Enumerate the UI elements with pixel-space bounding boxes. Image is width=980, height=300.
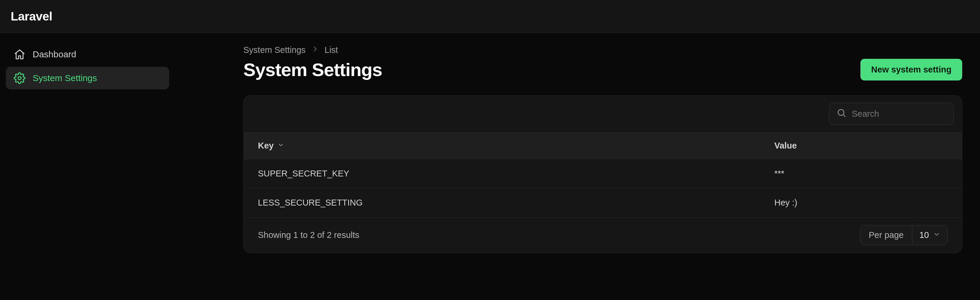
cell-value: Hey :) bbox=[760, 188, 962, 217]
cell-value: *** bbox=[760, 159, 962, 188]
per-page-value: 10 bbox=[920, 230, 929, 240]
table-header: Key Value bbox=[243, 132, 962, 159]
column-header-key[interactable]: Key bbox=[243, 132, 760, 159]
table-footer: Showing 1 to 2 of 2 results Per page 10 bbox=[243, 217, 962, 253]
brand-title: Laravel bbox=[11, 10, 52, 24]
sidebar: Dashboard System Settings bbox=[0, 33, 175, 300]
main-content: System Settings List System Settings New… bbox=[175, 33, 980, 300]
new-system-setting-button[interactable]: New system setting bbox=[861, 59, 962, 80]
table-row[interactable]: SUPER_SECRET_KEY *** bbox=[243, 159, 962, 188]
svg-point-0 bbox=[18, 77, 21, 80]
per-page-select[interactable]: 10 bbox=[912, 225, 947, 245]
chevron-down-icon bbox=[933, 230, 940, 240]
sidebar-item-label: System Settings bbox=[33, 73, 97, 83]
results-count: Showing 1 to 2 of 2 results bbox=[258, 230, 360, 240]
settings-card: Key Value SUPER_SECRET_KEY *** LESS_SECU… bbox=[243, 95, 962, 253]
cell-key: LESS_SECURE_SETTING bbox=[243, 188, 760, 217]
svg-point-1 bbox=[838, 110, 844, 115]
breadcrumb: System Settings List bbox=[243, 45, 962, 55]
chevron-down-icon bbox=[277, 141, 284, 151]
sidebar-item-label: Dashboard bbox=[33, 49, 76, 59]
topbar: Laravel bbox=[0, 0, 980, 33]
breadcrumb-item[interactable]: List bbox=[325, 45, 338, 55]
gear-icon bbox=[14, 72, 25, 84]
search-input[interactable] bbox=[852, 109, 959, 119]
search-field[interactable] bbox=[829, 103, 954, 125]
column-header-value[interactable]: Value bbox=[760, 132, 962, 159]
search-icon bbox=[836, 108, 846, 120]
breadcrumb-item[interactable]: System Settings bbox=[243, 45, 306, 55]
per-page-label: Per page bbox=[861, 225, 912, 245]
table-row[interactable]: LESS_SECURE_SETTING Hey :) bbox=[243, 188, 962, 217]
column-label: Value bbox=[774, 141, 797, 151]
chevron-right-icon bbox=[311, 45, 319, 55]
settings-table: Key Value SUPER_SECRET_KEY *** LESS_SECU… bbox=[243, 132, 962, 217]
sidebar-item-dashboard[interactable]: Dashboard bbox=[6, 43, 169, 65]
home-icon bbox=[14, 48, 25, 60]
cell-key: SUPER_SECRET_KEY bbox=[243, 159, 760, 188]
svg-line-2 bbox=[843, 115, 845, 117]
sidebar-item-system-settings[interactable]: System Settings bbox=[6, 67, 169, 89]
per-page-control: Per page 10 bbox=[860, 225, 948, 245]
column-label: Key bbox=[258, 141, 274, 151]
page-title: System Settings bbox=[243, 59, 382, 80]
